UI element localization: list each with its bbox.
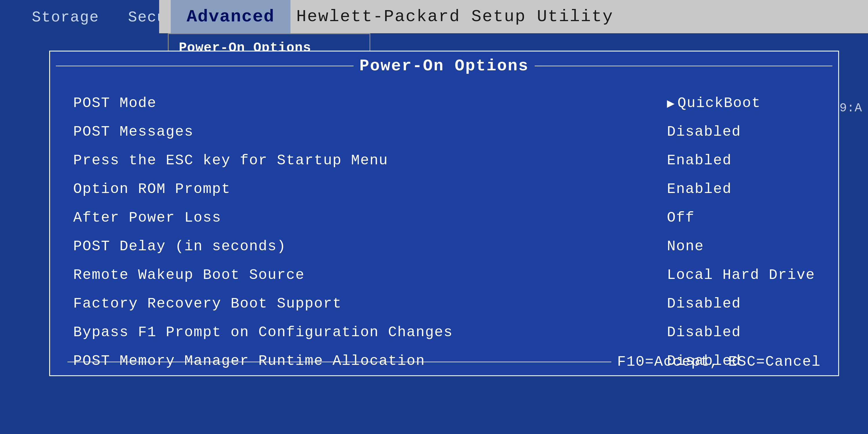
dialog-title-line-left: [56, 66, 353, 66]
footer-text: F10=Accept, ESC=Cancel: [617, 353, 821, 370]
settings-list: POST Mode POST Messages Press the ESC ke…: [73, 95, 453, 369]
setting-option-rom-prompt[interactable]: Option ROM Prompt: [73, 181, 453, 197]
setting-press-esc[interactable]: Press the ESC key for Startup Menu: [73, 152, 453, 169]
setting-after-power-loss[interactable]: After Power Loss: [73, 210, 453, 226]
dialog-content: POST Mode POST Messages Press the ESC ke…: [50, 81, 838, 384]
values-list: QuickBoot Disabled Enabled Enabled Off N…: [667, 95, 815, 369]
menu-item-storage[interactable]: Storage: [18, 3, 114, 32]
value-disabled-messages[interactable]: Disabled: [667, 124, 741, 140]
setting-remote-wakeup[interactable]: Remote Wakeup Boot Source: [73, 267, 453, 283]
title-bar: Advanced Hewlett-Packard Setup Utility: [159, 0, 868, 33]
power-on-options-dialog: Power-On Options POST Mode POST Messages…: [49, 51, 839, 376]
value-disabled-factory[interactable]: Disabled: [667, 296, 741, 312]
setting-bypass-f1[interactable]: Bypass F1 Prompt on Configuration Change…: [73, 324, 453, 341]
advanced-tab[interactable]: Advanced: [171, 0, 290, 34]
value-off-power[interactable]: Off: [667, 210, 695, 226]
dialog-title-line-right: [535, 66, 832, 66]
value-none-delay[interactable]: None: [667, 238, 704, 255]
dialog-footer: F10=Accept, ESC=Cancel: [50, 348, 838, 375]
value-local-hard-drive[interactable]: Local Hard Drive: [667, 267, 815, 283]
value-enabled-esc[interactable]: Enabled: [667, 152, 732, 169]
dialog-title-bar: Power-On Options: [50, 52, 838, 81]
setting-post-delay[interactable]: POST Delay (in seconds): [73, 238, 453, 255]
setting-post-messages[interactable]: POST Messages: [73, 124, 453, 140]
value-enabled-rom[interactable]: Enabled: [667, 181, 732, 197]
setting-factory-recovery[interactable]: Factory Recovery Boot Support: [73, 296, 453, 312]
setting-post-mode[interactable]: POST Mode: [73, 95, 453, 112]
value-quickboot[interactable]: QuickBoot: [667, 95, 761, 112]
dialog-title-text: Power-On Options: [359, 57, 529, 75]
app-title: Hewlett-Packard Setup Utility: [296, 7, 613, 26]
footer-line: [67, 362, 611, 362]
value-disabled-bypass[interactable]: Disabled: [667, 324, 741, 341]
